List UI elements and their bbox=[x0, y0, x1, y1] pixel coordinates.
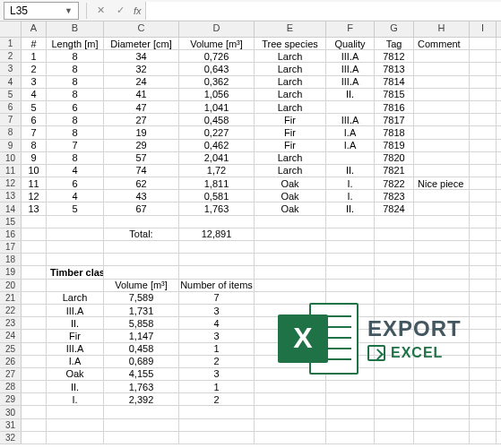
row-header[interactable]: 29 bbox=[0, 393, 22, 405]
cell[interactable] bbox=[375, 266, 414, 278]
cell[interactable]: 0,643 bbox=[179, 63, 255, 74]
row-header[interactable]: 1 bbox=[0, 38, 22, 49]
cell[interactable]: III.A bbox=[326, 50, 375, 62]
cell[interactable]: I.A bbox=[47, 356, 104, 367]
cell[interactable]: 27 bbox=[104, 114, 179, 125]
row-header[interactable]: 18 bbox=[0, 254, 22, 265]
cell[interactable] bbox=[22, 356, 47, 367]
cell[interactable] bbox=[47, 406, 104, 418]
cell[interactable] bbox=[255, 356, 326, 367]
row-header[interactable]: 28 bbox=[0, 381, 22, 392]
cell[interactable] bbox=[414, 63, 470, 74]
row-header[interactable]: 31 bbox=[0, 419, 22, 431]
cell[interactable] bbox=[414, 419, 470, 431]
col-header-H[interactable]: H bbox=[414, 22, 470, 37]
col-header-G[interactable]: G bbox=[375, 22, 414, 37]
cell[interactable]: Quality bbox=[326, 38, 375, 49]
row-header[interactable]: 6 bbox=[0, 101, 22, 113]
cell[interactable] bbox=[470, 76, 497, 88]
cell[interactable]: Nice piece bbox=[414, 177, 470, 189]
cell[interactable] bbox=[326, 343, 375, 355]
cell[interactable] bbox=[470, 381, 497, 392]
cell[interactable] bbox=[179, 406, 255, 418]
cell[interactable]: 2 bbox=[179, 393, 255, 405]
cell[interactable] bbox=[255, 266, 326, 278]
cell[interactable]: 41 bbox=[104, 89, 179, 100]
cell[interactable] bbox=[104, 241, 179, 253]
cell[interactable]: 7824 bbox=[375, 202, 414, 214]
cell[interactable] bbox=[326, 330, 375, 341]
cell[interactable]: 7823 bbox=[375, 190, 414, 202]
cell[interactable]: 12,891 bbox=[179, 228, 255, 240]
cell[interactable] bbox=[470, 126, 497, 138]
cell[interactable] bbox=[47, 216, 104, 228]
cell[interactable]: Larch bbox=[255, 165, 326, 177]
cell[interactable]: 34 bbox=[104, 50, 179, 62]
cell[interactable] bbox=[375, 280, 414, 291]
cell[interactable] bbox=[414, 126, 470, 138]
cell[interactable]: 11 bbox=[22, 177, 47, 189]
cell[interactable] bbox=[255, 393, 326, 405]
cell[interactable]: Larch bbox=[255, 152, 326, 164]
cell[interactable]: Larch bbox=[255, 63, 326, 74]
cell[interactable] bbox=[470, 101, 497, 113]
cell[interactable] bbox=[414, 356, 470, 367]
cell[interactable]: 7822 bbox=[375, 177, 414, 189]
cell[interactable] bbox=[375, 381, 414, 392]
row-header[interactable]: 7 bbox=[0, 114, 22, 125]
cell[interactable] bbox=[47, 280, 104, 291]
cell[interactable] bbox=[326, 317, 375, 329]
cell[interactable]: 7816 bbox=[375, 101, 414, 113]
cell[interactable] bbox=[470, 38, 497, 49]
cell[interactable]: 8 bbox=[47, 63, 104, 74]
cell[interactable] bbox=[47, 228, 104, 240]
cell[interactable] bbox=[375, 419, 414, 431]
cell[interactable]: 0,462 bbox=[179, 140, 255, 151]
row-header[interactable]: 5 bbox=[0, 89, 22, 100]
cell[interactable]: 1,056 bbox=[179, 89, 255, 100]
cell[interactable]: 3 bbox=[179, 368, 255, 380]
cell[interactable]: 8 bbox=[47, 50, 104, 62]
cell[interactable] bbox=[470, 317, 497, 329]
cell[interactable] bbox=[47, 432, 104, 444]
cell[interactable] bbox=[47, 241, 104, 253]
cell[interactable] bbox=[22, 432, 47, 444]
cell[interactable]: Tag bbox=[375, 38, 414, 49]
cell[interactable] bbox=[470, 50, 497, 62]
cell[interactable]: 6 bbox=[47, 101, 104, 113]
cell[interactable]: I. bbox=[47, 393, 104, 405]
cell[interactable]: III.A bbox=[47, 305, 104, 316]
cell[interactable] bbox=[470, 190, 497, 202]
cell[interactable] bbox=[255, 280, 326, 291]
cell[interactable]: Fir bbox=[255, 126, 326, 138]
cell[interactable] bbox=[470, 63, 497, 74]
row-header[interactable]: 17 bbox=[0, 241, 22, 253]
cell[interactable] bbox=[470, 432, 497, 444]
cell[interactable] bbox=[470, 419, 497, 431]
cell[interactable] bbox=[470, 343, 497, 355]
cell[interactable] bbox=[255, 381, 326, 392]
cell[interactable] bbox=[104, 432, 179, 444]
cell[interactable] bbox=[414, 89, 470, 100]
cancel-icon[interactable]: ✕ bbox=[92, 3, 108, 19]
cell[interactable]: I. bbox=[326, 177, 375, 189]
cell[interactable]: 43 bbox=[104, 190, 179, 202]
cell[interactable] bbox=[326, 266, 375, 278]
row-header[interactable]: 11 bbox=[0, 165, 22, 177]
cell[interactable] bbox=[22, 241, 47, 253]
cell[interactable] bbox=[375, 343, 414, 355]
cell[interactable]: 62 bbox=[104, 177, 179, 189]
cell[interactable]: 6 bbox=[47, 177, 104, 189]
col-header-D[interactable]: D bbox=[179, 22, 255, 37]
cell[interactable]: 0,227 bbox=[179, 126, 255, 138]
cell[interactable]: Volume [m³] bbox=[179, 38, 255, 49]
cell[interactable]: 3 bbox=[179, 330, 255, 341]
cell[interactable]: 8 bbox=[47, 152, 104, 164]
cell[interactable]: Timber clasification bbox=[47, 266, 104, 278]
cell[interactable] bbox=[414, 165, 470, 177]
row-header[interactable]: 14 bbox=[0, 202, 22, 214]
cell[interactable] bbox=[414, 114, 470, 125]
cell[interactable]: 4 bbox=[179, 317, 255, 329]
cell[interactable]: 7815 bbox=[375, 89, 414, 100]
cell[interactable]: 5,858 bbox=[104, 317, 179, 329]
